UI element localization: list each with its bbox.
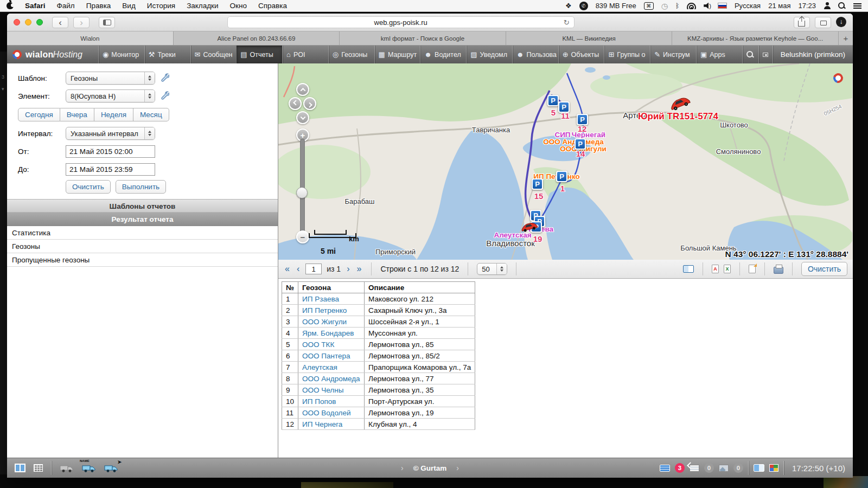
menubar-item-Окно[interactable]: Окно [230,2,247,10]
geozone-name-link[interactable]: ООО ТКК [298,339,365,350]
report-result-item[interactable]: Пропущенные геозоны [7,253,278,267]
nav-tab-units[interactable]: ⊕Объекты [558,46,604,63]
sidebar-toggle-button[interactable] [99,17,115,28]
geozone-name-link[interactable]: ООО Водолей [298,407,365,419]
quick-range-button-Вчера[interactable]: Вчера [60,108,94,121]
address-bar[interactable]: web.gps-poisk.ru ↻ [227,16,575,28]
export-excel-button[interactable]: X [724,265,731,273]
current-user-label[interactable]: Belushkin (primkon) [773,46,853,63]
nav-tab-drivers[interactable]: ☻Водител [420,46,466,63]
map-canvas[interactable]: ТавричанкаАртёмШкотовоСмоляниновоБарабаш… [278,63,853,260]
report-result-item[interactable]: Статистика [7,226,278,240]
parking-marker[interactable]: P [547,95,559,106]
element-settings-wrench-icon[interactable] [160,91,169,101]
zoom-slider-handle[interactable] [296,187,308,198]
menubar-item-Правка[interactable]: Правка [86,2,111,10]
report-templates-button[interactable] [683,265,694,273]
geozone-name-link[interactable]: ИП Петренко [298,305,365,316]
menubar-date[interactable]: 21 мая [768,2,790,10]
reload-icon[interactable]: ↻ [564,18,570,27]
quick-range-button-Месяц[interactable]: Месяц [133,108,169,121]
nav-search-button[interactable] [742,46,758,63]
result-section-header[interactable]: Результат отчета [7,213,278,226]
memory-status[interactable]: 839 MB Free [596,2,636,10]
template-select[interactable]: Геозоны [66,72,155,85]
bluetooth-icon[interactable]: ᛒ [675,2,679,10]
media-icon[interactable] [719,465,729,472]
nav-tab-tools[interactable]: ✎Инструм [650,46,696,63]
pan-right-button[interactable] [303,97,316,110]
geozone-name-link[interactable]: Ярм. Бондарев [298,328,365,339]
volume-icon[interactable]: ) [704,3,710,9]
messages-icon[interactable] [660,465,670,472]
next-page-button[interactable]: › [346,264,350,274]
browser-tab[interactable]: KML — Википедия [506,31,673,45]
report-result-item[interactable]: Геозоны [7,240,278,253]
menubar-item-Закладки[interactable]: Закладки [187,2,218,10]
dropbox-icon[interactable]: ❖ [565,2,572,10]
requests-badge[interactable]: 0 [704,463,714,473]
geozone-name-link[interactable]: ООО Пантера [298,350,365,362]
fast-user-switch-icon[interactable] [824,2,831,9]
menubar-item-Файл[interactable]: Файл [57,2,75,10]
last-page-button[interactable]: » [355,264,362,274]
clear-results-button[interactable]: Очистить [801,262,847,276]
window-zoom-button[interactable] [36,19,43,25]
execute-report-button[interactable]: Выполнить [116,180,166,194]
notification-center-icon[interactable] [853,3,861,4]
export-pdf-button[interactable]: A [712,265,719,273]
geozone-name-link[interactable]: ИП Рзаева [298,293,365,305]
tab-overview-button[interactable] [815,17,831,28]
spotlight-search-icon[interactable] [838,2,846,10]
page-number-input[interactable]: 1 [305,264,322,274]
nav-tab-routes[interactable]: ▦Маршрут [374,46,420,63]
geozone-name-link[interactable]: ИП Попов [298,396,365,407]
geozone-name-link[interactable]: ООО Андромеда [298,373,365,384]
copyright-label[interactable]: © Gurtam [413,464,447,472]
prev-page-button[interactable]: ‹ [296,264,301,274]
interval-select[interactable]: Указанный интервал [66,127,155,140]
from-date-input[interactable]: 21 Май 2015 02:00 [66,145,155,158]
media-badge[interactable]: 0 [733,463,743,473]
template-settings-wrench-icon[interactable] [160,73,169,84]
menubar-item-Справка[interactable]: Справка [258,2,287,10]
truck-follow-button[interactable]: ➤ [104,464,118,473]
input-language-flag-icon[interactable] [718,3,727,9]
geozone-name-link[interactable]: ООО Челны [298,384,365,396]
nav-tab-unit-groups[interactable]: ⊞Группы о [604,46,650,63]
time-machine-icon[interactable]: ◷ [661,2,668,10]
truck-gray-icon[interactable] [60,464,74,473]
keyboard-layout-icon[interactable]: ⌘ [644,2,654,10]
nav-fullscreen-button[interactable] [758,46,773,63]
pan-down-button[interactable] [296,111,309,124]
browser-tab[interactable]: Wialon [7,31,174,45]
nav-tab-poi[interactable]: ⌂POI [282,46,328,63]
geozone-name-link[interactable]: Алеутская [298,362,365,373]
nav-tab-apps[interactable]: ▣Apps [696,46,742,63]
browser-tab[interactable]: kml формат - Поиск в Google [340,31,506,45]
first-page-button[interactable]: « [284,264,291,274]
nav-tab-reports[interactable]: ▤Отчеты [236,46,282,63]
parking-marker[interactable]: P [577,114,588,125]
menubar-item-История[interactable]: История [147,2,175,10]
pan-left-button[interactable] [289,97,302,110]
page-size-select[interactable]: 50 [477,263,507,275]
toggle-grid-button[interactable] [34,464,43,472]
downloads-button[interactable] [836,17,846,27]
geozone-name-link[interactable]: ООО Жигули [298,316,365,328]
zoom-out-button[interactable]: − [296,230,309,243]
menubar-app-name[interactable]: Safari [25,2,46,10]
forward-button[interactable] [73,17,90,28]
wifi-icon[interactable] [687,3,696,9]
parking-marker[interactable]: P [532,178,543,190]
quick-range-button-Сегодня[interactable]: Сегодня [18,108,60,121]
truck-show-names-button[interactable]: NAME [82,464,96,473]
quick-range-button-Неделя[interactable]: Неделя [94,108,133,121]
to-date-input[interactable]: 21 Май 2015 23:59 [66,163,155,176]
nav-tab-users[interactable]: ☻Пользова [512,46,558,63]
nav-tab-monitor[interactable]: ◉Монитор [98,46,144,63]
pan-up-button[interactable] [296,83,309,96]
input-language-label[interactable]: Русская [735,2,761,10]
geozone-name-link[interactable]: ИП Чернега [298,419,365,430]
menubar-time[interactable]: 17:23 [798,2,816,10]
